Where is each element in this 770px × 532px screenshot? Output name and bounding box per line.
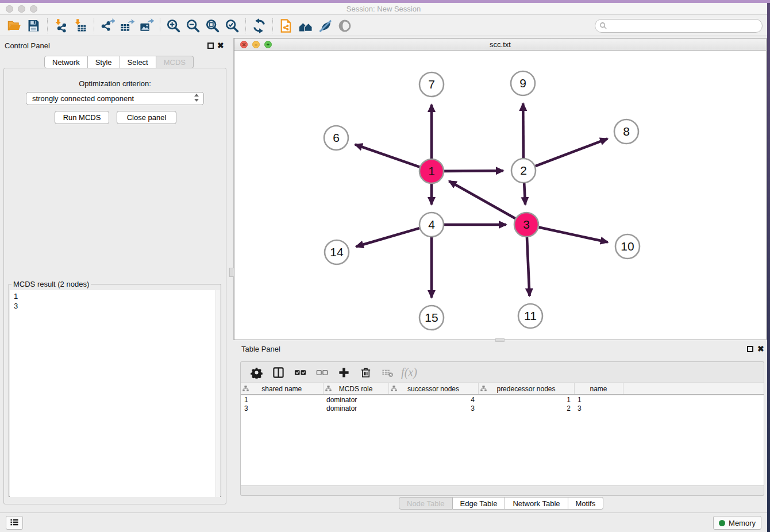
delete-column-icon[interactable] — [355, 364, 376, 381]
graph-node-8[interactable]: 8 — [614, 119, 638, 144]
control-tab-network[interactable]: Network — [44, 56, 88, 68]
table-row[interactable]: 1dominator411 — [241, 395, 764, 404]
graph-node-10[interactable]: 10 — [615, 234, 640, 259]
zoom-in-icon[interactable] — [164, 17, 183, 34]
column-header-MCDS-role[interactable]: MCDS role — [323, 383, 388, 395]
graph-node-7[interactable]: 7 — [419, 72, 444, 97]
table-tab-node-table[interactable]: Node Table — [399, 497, 453, 510]
zoom-out-icon[interactable] — [183, 17, 203, 34]
result-scrollbar[interactable] — [215, 290, 220, 497]
toolbar-separator — [245, 18, 246, 33]
mcds-result-title: MCDS result (2 nodes) — [11, 280, 91, 288]
control-panel-close-button[interactable]: ✖ — [217, 41, 224, 49]
graph-node-1[interactable]: 1 — [419, 159, 444, 183]
import-table-icon[interactable] — [71, 17, 90, 34]
node-label: 2 — [520, 164, 527, 177]
column-header-shared-name[interactable]: shared name — [241, 383, 323, 395]
edge-3-11[interactable] — [527, 237, 530, 296]
splitter-handle-horizontal[interactable] — [495, 338, 505, 342]
edge-1-6[interactable] — [355, 145, 419, 167]
table-tab-edge-table[interactable]: Edge Table — [453, 497, 506, 510]
column-header-name[interactable]: name — [574, 383, 623, 395]
column-view-icon[interactable] — [267, 364, 289, 381]
mcds-panel: Optimization criterion: strongly connect… — [3, 68, 226, 504]
app-titlebar: Session: New Session — [0, 3, 767, 15]
graph-node-9[interactable]: 9 — [511, 71, 535, 95]
select-all-icon[interactable] — [289, 364, 311, 381]
panel-splitter-vertical[interactable] — [230, 38, 234, 340]
control-tab-mcds[interactable]: MCDS — [156, 56, 194, 68]
graph-node-14[interactable]: 14 — [325, 240, 349, 264]
open-session-icon[interactable] — [5, 17, 24, 34]
edge-2-8[interactable] — [536, 138, 608, 166]
save-session-icon[interactable] — [24, 17, 44, 34]
export-table-icon[interactable] — [117, 17, 137, 34]
table-toolbar: f(x) — [240, 361, 764, 383]
node-label: 10 — [621, 240, 634, 253]
graph-node-11[interactable]: 11 — [518, 304, 542, 328]
search-input[interactable] — [595, 19, 763, 33]
node-label: 1 — [428, 164, 435, 178]
network-document-icon[interactable] — [276, 17, 296, 34]
network-window-title: scc.txt — [234, 40, 766, 49]
edge-2-9[interactable] — [523, 103, 523, 158]
graph-node-3[interactable]: 3 — [514, 213, 538, 237]
table-tab-network-table[interactable]: Network Table — [505, 497, 568, 510]
optimization-criterion-label: Optimization criterion: — [4, 79, 226, 88]
add-column-icon[interactable] — [333, 364, 355, 381]
table-panel-close-button[interactable]: ✖ — [757, 345, 764, 353]
edge-3-1[interactable] — [449, 181, 515, 218]
mcds-result-group: MCDS result (2 nodes) 1 3 — [9, 280, 221, 497]
sphere-icon[interactable] — [335, 17, 355, 34]
optimization-criterion-select[interactable]: strongly connected component — [26, 92, 204, 105]
export-image-icon[interactable] — [137, 17, 156, 34]
node-label: 9 — [519, 76, 526, 90]
toolbar-separator — [94, 18, 94, 33]
table-settings-icon[interactable] — [245, 364, 267, 381]
graph-node-2[interactable]: 2 — [511, 159, 536, 183]
deselect-all-icon[interactable] — [311, 364, 333, 381]
edge-4-14[interactable] — [356, 228, 419, 246]
window-title: Session: New Session — [0, 5, 767, 13]
edge-1-2[interactable] — [444, 171, 503, 171]
node-table: shared nameMCDS rolesuccessor nodesprede… — [240, 383, 764, 486]
table-panel-title: Table Panel — [241, 345, 280, 353]
function-builder-icon[interactable]: f(x) — [398, 364, 420, 381]
table-tab-motifs[interactable]: Motifs — [568, 497, 604, 510]
table-bottom-strip — [240, 486, 764, 496]
node-label: 4 — [428, 218, 435, 231]
mcds-result-list[interactable]: 1 3 — [10, 290, 220, 497]
network-canvas[interactable]: 7968124314101511 — [234, 51, 766, 340]
table-row[interactable]: 3dominator323 — [241, 404, 764, 413]
apply-layout-icon[interactable] — [249, 17, 269, 34]
edge-2-3[interactable] — [524, 183, 525, 205]
fx-icon: f(x) — [401, 366, 417, 379]
show-hide-icon[interactable] — [315, 17, 335, 34]
memory-button[interactable]: Memory — [713, 516, 761, 530]
task-history-button[interactable] — [6, 516, 23, 530]
desktop-edge-right — [767, 3, 770, 532]
graph-node-6[interactable]: 6 — [324, 126, 348, 150]
control-panel-float-button[interactable] — [207, 43, 214, 49]
table-tabs: Node TableEdge TableNetwork TableMotifs — [399, 497, 603, 510]
status-bar: Memory — [0, 512, 767, 532]
zoom-selected-icon[interactable] — [222, 17, 242, 34]
column-header-predecessor-nodes[interactable]: predecessor nodes — [478, 383, 574, 395]
delete-table-icon[interactable] — [376, 364, 398, 381]
control-tab-style[interactable]: Style — [88, 56, 120, 68]
close-panel-button[interactable]: Close panel — [117, 111, 176, 124]
export-network-icon[interactable] — [98, 17, 117, 34]
network-window-titlebar[interactable]: ✕ − + scc.txt — [234, 38, 766, 51]
node-label: 6 — [333, 131, 340, 144]
control-tab-select[interactable]: Select — [120, 56, 156, 68]
run-mcds-button[interactable]: Run MCDS — [55, 111, 109, 124]
zoom-fit-icon[interactable] — [203, 17, 222, 34]
toolbar-separator — [47, 18, 48, 33]
column-header-successor-nodes[interactable]: successor nodes — [388, 383, 478, 395]
edge-3-10[interactable] — [539, 228, 608, 242]
graph-node-4[interactable]: 4 — [419, 213, 444, 237]
houses-icon[interactable] — [296, 17, 315, 34]
table-panel-float-button[interactable] — [747, 346, 753, 352]
graph-node-15[interactable]: 15 — [419, 306, 444, 330]
import-network-icon[interactable] — [51, 17, 71, 34]
